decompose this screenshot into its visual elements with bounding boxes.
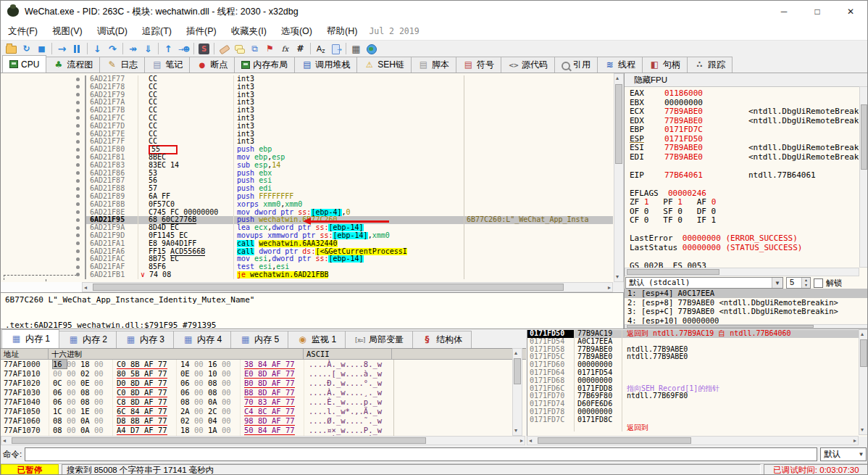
menu-item-选项O[interactable]: 选项(O) <box>274 22 320 40</box>
unlock-checkbox[interactable]: 解锁 <box>814 278 842 289</box>
bottom-tab-监视 1[interactable]: 监视 1 <box>288 331 346 348</box>
memory-row[interactable]: 77AF106008 00 0A 00D8 8B AF 7702 00 04 0… <box>1 416 526 426</box>
bottom-tab-内存 2[interactable]: 内存 2 <box>59 331 117 348</box>
tab-script[interactable]: 脚本 <box>411 57 456 73</box>
command-profile-dropdown[interactable]: 默认 ▼ <box>820 447 867 461</box>
stack-row[interactable]: 0171FD6800000000 <box>527 377 868 385</box>
memory-vertical-scrollbar[interactable]: ▴ ▾ <box>512 348 522 436</box>
disasm-row[interactable]: 6AD21F8383EC 14sub esp,14 <box>1 162 613 170</box>
argument-row[interactable]: 3: [esp+C] 77B9ABE0 <ntdll.DbgUiRemoteBr… <box>625 307 868 316</box>
restart-button[interactable] <box>19 41 34 56</box>
exec-till-up-button[interactable] <box>161 41 176 56</box>
run-to-return-button[interactable] <box>125 41 141 56</box>
functions-button[interactable] <box>277 41 293 56</box>
strings-button[interactable] <box>196 41 212 56</box>
column-header-address[interactable]: 地址 <box>1 349 49 359</box>
tab-references[interactable]: 引用 <box>554 57 598 73</box>
disasm-row[interactable]: 6AD21F78CCint3 <box>1 83 613 91</box>
memory-row[interactable]: 77AF10200C 00 0E 00D0 8D AF 7706 00 08 0… <box>1 379 526 388</box>
bottom-tab-局部变量[interactable]: 局部变量 <box>345 331 413 348</box>
menu-item-收藏夹I[interactable]: 收藏夹(I) <box>224 22 274 40</box>
assemble-button[interactable] <box>313 41 328 56</box>
device-button[interactable] <box>328 41 343 56</box>
open-button[interactable] <box>4 41 19 56</box>
tab-graph[interactable]: 流程图 <box>46 57 100 73</box>
menu-item-调试D[interactable]: 调试(D) <box>90 22 135 40</box>
registers-vertical-scrollbar[interactable] <box>859 86 868 268</box>
tab-threads[interactable]: 线程 <box>597 57 643 73</box>
tab-log[interactable]: 日志 <box>99 57 145 73</box>
argument-row[interactable]: 4: [esp+10] 00000000 <box>625 316 868 325</box>
disassembly-horizontal-scrollbar[interactable]: ◂ ▸ <box>82 282 613 292</box>
column-header-hex[interactable]: 十六进制 <box>49 349 304 359</box>
memory-dump-panel[interactable]: 地址 十六进制 ASCII 77AF100016 00 18 00C0 8B A… <box>1 348 526 446</box>
stack-row[interactable]: 0171FD7C0171FD8C <box>527 416 868 424</box>
menu-item-追踪T[interactable]: 追踪(T) <box>135 22 179 40</box>
memory-row[interactable]: 77AF101000 00 02 0080 5B AF 770E 00 10 0… <box>1 369 526 379</box>
tab-memmap[interactable]: 内存布局 <box>234 57 295 73</box>
memory-row[interactable]: 77AF10501C 00 1E 006C 84 AF 772A 00 2C 0… <box>1 407 526 416</box>
disasm-row[interactable]: 6AD21FA1E8 9A04D1FFcall wechatwin.6AA324… <box>1 240 613 248</box>
stop-button[interactable] <box>34 41 49 56</box>
disassembly-panel[interactable]: 6AD21F77CCint36AD21F78CCint36AD21F79CCin… <box>1 73 624 282</box>
bottom-tab-内存 3[interactable]: 内存 3 <box>116 331 174 348</box>
hide-fpu-button[interactable]: 隐藏FPU <box>625 73 868 87</box>
stack-row[interactable]: 返回到 <box>527 424 868 432</box>
tab-cpu[interactable]: CPU <box>2 55 46 73</box>
calculator-button[interactable] <box>349 41 364 56</box>
register-value[interactable]: 0171FD7C <box>664 125 724 135</box>
run-to-user-button[interactable] <box>176 41 191 56</box>
tab-breakpoint[interactable]: 断点 <box>189 57 235 73</box>
step-over-button[interactable] <box>105 41 120 56</box>
patch-button[interactable] <box>217 41 232 56</box>
tab-symbols[interactable]: 符号 <box>456 57 501 73</box>
disassembly-vertical-scrollbar[interactable]: ▴ ▾ <box>614 73 624 282</box>
run-button[interactable] <box>54 41 70 56</box>
calling-convention-dropdown[interactable]: 默认 (stdcall) ▼ <box>625 277 783 289</box>
registers-horizontal-scrollbar[interactable] <box>625 268 859 276</box>
menu-item-文件F[interactable]: 文件(F) <box>1 22 45 40</box>
bottom-tab-内存 5[interactable]: 内存 5 <box>230 331 288 348</box>
globe-button[interactable] <box>364 41 379 56</box>
comments-button[interactable] <box>232 41 247 56</box>
disasm-row[interactable]: 6AD21FB1∨ 74 08je wechatwin.6AD21FBB <box>1 271 613 279</box>
stack-panel[interactable]: 0171FD5077B9AC19返回到 ntdll.77B9AC19 自 ntd… <box>527 330 868 437</box>
tab-callstack[interactable]: 调用堆栈 <box>294 57 357 73</box>
step-out-button[interactable] <box>141 41 156 56</box>
maximize-button[interactable]: □ <box>801 1 834 22</box>
bottom-tab-结构体[interactable]: 结构体 <box>412 331 472 348</box>
tab-seh[interactable]: SEH链 <box>356 57 412 73</box>
memory-row[interactable]: 77AF100016 00 18 00C0 8B AF 7714 00 16 0… <box>1 360 526 369</box>
labels-button[interactable] <box>247 41 262 56</box>
tab-notes[interactable]: 笔记 <box>144 57 190 73</box>
register-value[interactable]: 77B9ABE0 <box>664 107 724 117</box>
register-value[interactable]: 01186000 <box>664 89 724 99</box>
close-button[interactable]: ✕ <box>834 1 867 22</box>
register-value[interactable]: 77B9ABE0 <box>664 144 724 153</box>
tab-source[interactable]: 源代码 <box>501 57 555 73</box>
bottom-tab-内存 4[interactable]: 内存 4 <box>173 331 231 348</box>
minimize-button[interactable]: ─ <box>767 1 801 22</box>
stack-vertical-scrollbar[interactable]: ▴ ▾ <box>859 329 868 435</box>
argument-row[interactable]: 2: [esp+8] 77B9ABE0 <ntdll.DbgUiRemoteBr… <box>625 298 868 307</box>
disasm-row[interactable]: 6AD21F7DCCint3 <box>1 123 613 131</box>
memory-row[interactable]: 77AF104006 00 08 00C8 8D AF 7708 00 0A 0… <box>1 397 526 407</box>
register-value[interactable]: 77B9ABE0 <box>664 153 724 162</box>
disasm-row[interactable]: 6AD21F8B0F57C0xorps xmm0,xmm0 <box>1 201 613 209</box>
pause-button[interactable] <box>70 41 85 56</box>
stack-row[interactable]: 0171FD54A0C17EEA <box>527 338 868 346</box>
tab-handles[interactable]: 句柄 <box>642 57 688 73</box>
menu-item-插件P[interactable]: 插件(P) <box>179 22 224 40</box>
argument-depth-spinner[interactable]: 5 ▴▾ <box>786 277 811 289</box>
bookmarks-button[interactable] <box>262 41 277 56</box>
command-input[interactable] <box>25 447 817 461</box>
stack-horizontal-scrollbar[interactable]: ◂ ▸ <box>527 436 859 445</box>
menu-item-视图V[interactable]: 视图(V) <box>45 22 90 40</box>
tab-trace[interactable]: 跟踪 <box>687 57 733 73</box>
register-value[interactable]: 77B64061 <box>664 171 724 181</box>
memory-horizontal-scrollbar[interactable]: ◂ ▸ <box>1 436 525 445</box>
step-into-button[interactable] <box>90 41 105 56</box>
hash-button[interactable] <box>293 41 308 56</box>
menu-item-帮助H[interactable]: 帮助(H) <box>320 22 364 40</box>
memory-row[interactable]: 77AF103006 00 08 00C0 8D AF 7706 00 08 0… <box>1 388 526 397</box>
